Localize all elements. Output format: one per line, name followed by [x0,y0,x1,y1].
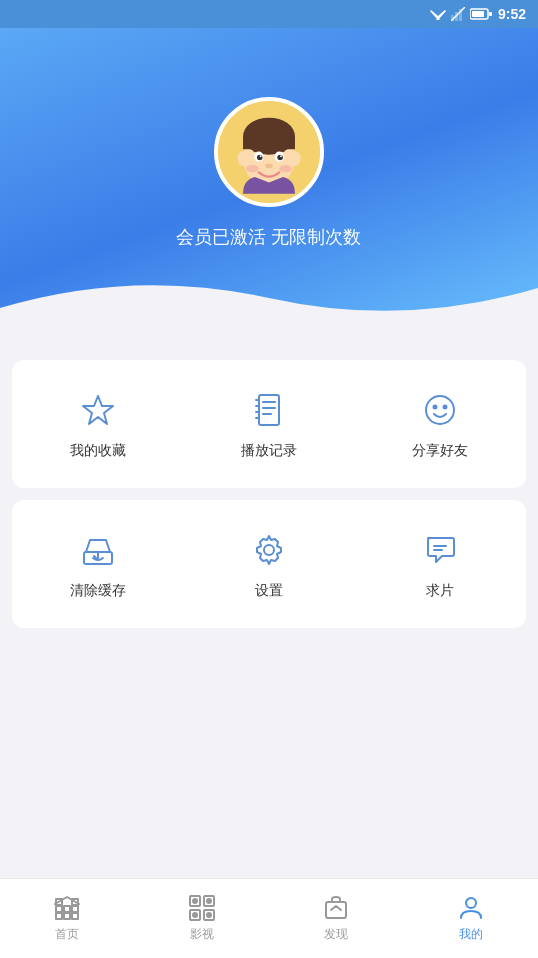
favorites-item[interactable]: 我的收藏 [12,368,183,480]
chat-icon [418,528,462,572]
nav-mine[interactable]: 我的 [404,879,539,958]
avatar-image [218,97,320,207]
svg-point-57 [193,913,197,917]
clear-cache-label: 清除缓存 [70,582,126,600]
battery-icon [470,8,492,20]
svg-point-23 [246,165,259,172]
gear-icon [247,528,291,572]
svg-point-19 [277,155,283,161]
svg-point-18 [257,155,263,161]
grid-section-1: 我的收藏 播放记录 [12,360,526,488]
svg-point-12 [243,118,295,155]
smiley-icon [418,388,462,432]
nav-movies[interactable]: 影视 [135,879,270,958]
wifi-icon [430,8,446,20]
svg-point-35 [434,406,437,409]
status-bar: 9:52 [0,0,538,28]
svg-point-40 [264,545,274,555]
home-icon [53,894,81,922]
svg-point-36 [444,406,447,409]
avatar[interactable] [214,97,324,207]
svg-rect-26 [259,395,279,425]
nav-home[interactable]: 首页 [0,879,135,958]
bottom-nav: 首页 影视 发现 [0,878,538,958]
nav-discover-label: 发现 [324,926,348,943]
svg-point-22 [265,164,272,169]
share-item[interactable]: 分享好友 [355,368,526,480]
profile-header: 会员已激活 无限制次数 [0,28,538,348]
settings-label: 设置 [255,582,283,600]
svg-marker-25 [83,396,113,424]
svg-rect-44 [64,906,70,912]
svg-point-15 [289,151,300,166]
grid-row-2: 清除缓存 设置 求片 [12,508,526,620]
svg-rect-59 [326,902,346,918]
member-status: 会员已激活 无限制次数 [176,225,361,249]
signal-icon [451,7,465,21]
svg-rect-8 [472,11,484,17]
svg-point-14 [237,151,248,166]
svg-rect-45 [72,906,78,912]
history-label: 播放记录 [241,442,297,460]
mine-icon [457,894,485,922]
svg-rect-48 [72,913,78,919]
history-item[interactable]: 播放记录 [183,368,354,480]
svg-rect-46 [56,913,62,919]
nav-mine-label: 我的 [459,926,483,943]
notebook-icon [247,388,291,432]
svg-point-55 [193,899,197,903]
nav-movies-label: 影视 [190,926,214,943]
clear-cache-item[interactable]: 清除缓存 [12,508,183,620]
svg-rect-47 [64,913,70,919]
svg-point-56 [207,899,211,903]
nav-discover[interactable]: 发现 [269,879,404,958]
request-item[interactable]: 求片 [355,508,526,620]
request-label: 求片 [426,582,454,600]
svg-rect-9 [489,12,492,16]
star-icon [76,388,120,432]
svg-point-24 [279,165,292,172]
grid-row-1: 我的收藏 播放记录 [12,368,526,480]
grid-section-2: 清除缓存 设置 求片 [12,500,526,628]
movies-icon [188,894,216,922]
status-icons [430,7,492,21]
svg-rect-13 [243,136,295,149]
svg-point-58 [207,913,211,917]
inbox-icon [76,528,120,572]
header-wave [0,268,538,348]
settings-item[interactable]: 设置 [183,508,354,620]
discover-icon [322,894,350,922]
favorites-label: 我的收藏 [70,442,126,460]
svg-point-20 [260,155,262,157]
svg-point-21 [280,155,282,157]
status-time: 9:52 [498,6,526,22]
svg-rect-43 [56,906,62,912]
nav-home-label: 首页 [55,926,79,943]
share-label: 分享好友 [412,442,468,460]
svg-point-60 [466,898,476,908]
svg-point-34 [426,396,454,424]
